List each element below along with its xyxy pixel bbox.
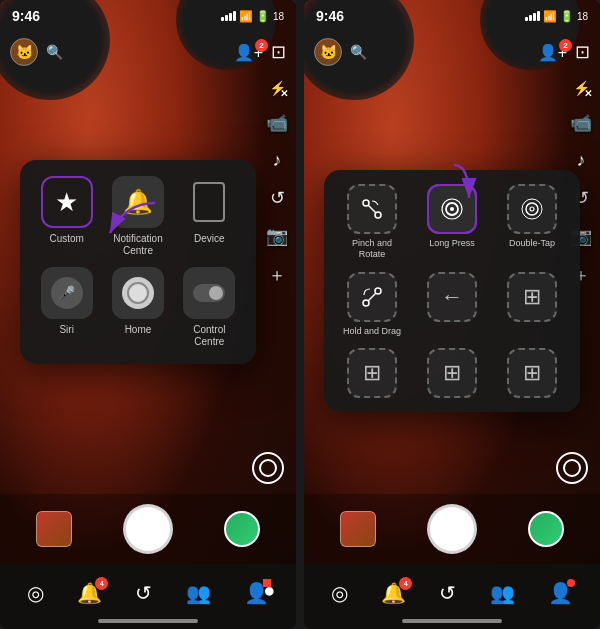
gesture-hold-drag[interactable]: Hold and Drag <box>338 272 406 337</box>
hold-drag-svg <box>358 283 386 311</box>
custom-icon-wrap: ★ <box>41 176 93 228</box>
avatar[interactable]: 🐱 <box>10 38 38 66</box>
siri-icon-wrap: 🎤 <box>41 267 93 319</box>
right-status-icons: 📶 🔋 18 <box>525 10 588 23</box>
signal-icon <box>221 11 236 21</box>
bottom-camera[interactable]: ◎ <box>27 581 44 605</box>
scan-icon[interactable]: ⊡ <box>271 41 286 63</box>
video-icon[interactable]: 📹 <box>266 112 288 134</box>
acc-item-device[interactable]: Device <box>179 176 240 257</box>
left-sidebar-icons: ⚡✕ 📹 ♪ ↺ 📷 ＋ <box>266 80 288 287</box>
camera-target-icon[interactable] <box>252 452 284 484</box>
right-scan-icon[interactable]: ⊡ <box>575 41 590 63</box>
control-label: Control Centre <box>179 324 240 348</box>
left-status-icons: 📶 🔋 18 <box>221 10 284 23</box>
right-battery-icon: 🔋 <box>560 10 574 23</box>
gesture-plus-action[interactable]: ⊞ <box>498 272 566 337</box>
refresh-tab-icon: ↺ <box>135 581 152 605</box>
double-tap-svg <box>518 195 546 223</box>
right-signal-icon <box>525 11 540 21</box>
right-arrow-svg <box>414 160 494 215</box>
plus-box-symbol: ⊞ <box>523 284 541 310</box>
right-bottom-notifications[interactable]: 🔔 4 <box>381 581 406 605</box>
right-thumb1[interactable] <box>340 511 376 547</box>
toggle-icon <box>193 284 225 302</box>
control-icon-wrap <box>183 267 235 319</box>
acc-item-custom[interactable]: ★ Custom <box>36 176 97 257</box>
left-shutter-btn[interactable] <box>123 504 173 554</box>
bottom-refresh[interactable]: ↺ <box>135 581 152 605</box>
gesture-double-tap[interactable]: Double-Tap <box>498 184 566 260</box>
acc-item-home[interactable]: Home <box>107 267 168 348</box>
device-label: Device <box>194 233 225 245</box>
acc-item-siri[interactable]: 🎤 Siri <box>36 267 97 348</box>
svg-point-8 <box>526 203 538 215</box>
right-bottom-camera[interactable]: ◎ <box>331 581 348 605</box>
hold-drag-icon <box>347 272 397 322</box>
camera-tab-icon: ◎ <box>27 581 44 605</box>
acc-item-control[interactable]: Control Centre <box>179 267 240 348</box>
device-icon-wrap <box>183 176 235 228</box>
accessibility-menu: ★ Custom 🔔 Notification Centre Device <box>20 160 256 364</box>
add-badge: 2 <box>255 39 268 52</box>
mic-icon: 🎤 <box>51 277 83 309</box>
pinch-rotate-icon <box>347 184 397 234</box>
add-friend-icon-wrap[interactable]: 👤+ 2 <box>234 43 263 62</box>
right-status-bar: 9:46 📶 🔋 18 <box>304 0 600 32</box>
purple-arrow-annotation <box>105 198 165 252</box>
bottom-friends[interactable]: 👥 <box>186 581 211 605</box>
left-status-bar: 9:46 📶 🔋 18 <box>0 0 296 32</box>
bottom-profile[interactable]: 👤 ● <box>244 581 269 605</box>
camera2-icon[interactable]: 📷 <box>266 225 288 247</box>
arrow-svg <box>105 198 165 248</box>
right-search-icon[interactable]: 🔍 <box>350 44 367 60</box>
right-thumb2[interactable] <box>528 511 564 547</box>
right-bottom-profile[interactable]: 👤 <box>548 581 573 605</box>
right-bottom-refresh[interactable]: ↺ <box>439 581 456 605</box>
gesture-pinch-rotate[interactable]: Pinch andRotate <box>338 184 406 260</box>
plus-box-3: ⊞ <box>523 360 541 386</box>
left-thumb2[interactable] <box>224 511 260 547</box>
gesture-empty2[interactable]: ⊞ <box>418 348 486 398</box>
right-music-icon[interactable]: ♪ <box>577 150 586 171</box>
plus-icon[interactable]: ＋ <box>268 263 286 287</box>
pinch-rotate-label: Pinch andRotate <box>352 238 392 260</box>
right-notif-badge: 4 <box>399 577 412 590</box>
double-tap-icon <box>507 184 557 234</box>
right-home-indicator <box>402 619 502 623</box>
gesture-grid-row2: Hold and Drag ← ⊞ <box>338 272 566 337</box>
search-icon[interactable]: 🔍 <box>46 44 63 60</box>
gesture-empty1[interactable]: ⊞ <box>338 348 406 398</box>
right-friends-tab-icon: 👥 <box>490 581 515 605</box>
empty-icon-3: ⊞ <box>507 348 557 398</box>
device-icon <box>193 182 225 222</box>
empty-icon-2: ⊞ <box>427 348 477 398</box>
right-avatar[interactable]: 🐱 <box>314 38 342 66</box>
right-shutter-btn[interactable] <box>427 504 477 554</box>
left-thumb1[interactable] <box>36 511 72 547</box>
left-shutter-area <box>0 494 296 564</box>
pinch-icon-svg <box>358 195 386 223</box>
focus-icon <box>252 452 284 484</box>
gesture-empty3[interactable]: ⊞ <box>498 348 566 398</box>
svg-line-13 <box>368 293 376 301</box>
flash-icon[interactable]: ⚡✕ <box>269 80 286 96</box>
right-bottom-friends[interactable]: 👥 <box>490 581 515 605</box>
music-icon[interactable]: ♪ <box>273 150 282 171</box>
right-time: 9:46 <box>316 8 344 24</box>
right-camera-target[interactable] <box>556 452 588 484</box>
left-nav-bar: 🐱 🔍 👤+ 2 ⊡ <box>0 32 296 72</box>
plus-box-2: ⊞ <box>443 360 461 386</box>
empty-icon-1: ⊞ <box>347 348 397 398</box>
right-flash-icon[interactable]: ⚡✕ <box>573 80 590 96</box>
battery-icon: 🔋 <box>256 10 270 23</box>
bottom-notifications[interactable]: 🔔 4 <box>77 581 102 605</box>
refresh-icon[interactable]: ↺ <box>270 187 285 209</box>
home-icon-wrap <box>112 267 164 319</box>
svg-point-10 <box>530 207 534 211</box>
right-add-friend-wrap[interactable]: 👤+ 2 <box>538 43 567 62</box>
siri-label: Siri <box>59 324 73 336</box>
gesture-arrow-left[interactable]: ← <box>418 272 486 337</box>
right-video-icon[interactable]: 📹 <box>570 112 592 134</box>
svg-line-4 <box>368 205 376 213</box>
